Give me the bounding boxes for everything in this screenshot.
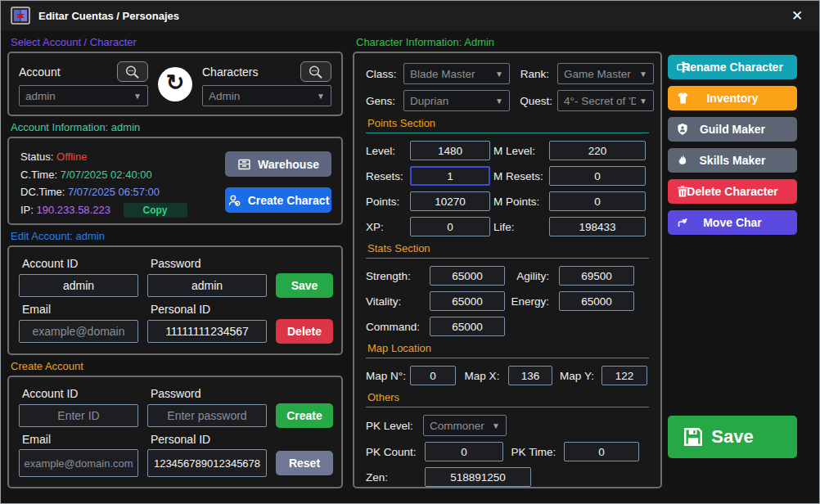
- agility-input[interactable]: [559, 266, 634, 286]
- mresets-label: M Resets:: [493, 170, 546, 182]
- mresets-input[interactable]: [549, 166, 646, 186]
- mlevel-label: M Level:: [493, 145, 546, 157]
- ctime-label: C.Time:: [20, 169, 57, 181]
- account-select-group: Account admin ▼: [19, 61, 148, 106]
- others-section-title: Others: [366, 391, 649, 407]
- new-password-input[interactable]: [147, 404, 267, 427]
- class-label: Class:: [366, 68, 400, 80]
- life-label: Life:: [493, 221, 546, 233]
- map-x-label: Map X:: [459, 370, 505, 382]
- edit-account-title: Edit Account: admin: [11, 230, 343, 242]
- account-id-input[interactable]: [19, 274, 138, 297]
- email-input[interactable]: [19, 320, 138, 343]
- resets-input[interactable]: [410, 166, 490, 186]
- pk-level-label: PK Level:: [366, 420, 420, 432]
- dctime-value: 7/07/2025 06:57:00: [68, 186, 160, 198]
- character-select-group: Characters Admin ▼: [202, 61, 331, 106]
- create-character-button[interactable]: Create Charact: [225, 187, 331, 213]
- account-info-lines: Status: Offline C.Time: 7/07/2025 02:40:…: [20, 148, 187, 215]
- mpoints-input[interactable]: [549, 191, 646, 211]
- zen-input[interactable]: [425, 467, 531, 487]
- shield-person-icon: [676, 123, 689, 136]
- save-account-button[interactable]: Save: [276, 273, 333, 298]
- character-select[interactable]: Admin ▼: [202, 85, 331, 106]
- account-search-button[interactable]: [117, 61, 148, 82]
- life-input[interactable]: [549, 217, 646, 236]
- character-search-button[interactable]: [300, 61, 331, 82]
- new-account-id-input[interactable]: [19, 404, 138, 427]
- new-email-input[interactable]: example@domain.com: [19, 449, 138, 477]
- rank-select[interactable]: Game Master ▼: [557, 63, 654, 84]
- map-number-input[interactable]: [410, 366, 456, 385]
- warehouse-button[interactable]: Warehouse: [225, 151, 331, 177]
- copy-ip-button[interactable]: Copy: [124, 203, 187, 218]
- agility-label: Agility:: [508, 270, 556, 282]
- chevron-down-icon: ▼: [492, 421, 500, 430]
- map-y-input[interactable]: [601, 366, 647, 385]
- inventory-button[interactable]: Inventory: [668, 86, 797, 110]
- account-info-title: Account Information: admin: [11, 121, 343, 133]
- strength-input[interactable]: [430, 266, 505, 286]
- email-label: Email: [19, 433, 138, 446]
- status-value: Offline: [56, 151, 87, 163]
- pk-level-select[interactable]: Commoner ▼: [423, 415, 507, 436]
- points-label: Points:: [366, 196, 407, 208]
- refresh-icon: ↻: [166, 72, 185, 94]
- chevron-down-icon: ▼: [133, 92, 142, 101]
- person-add-icon: [228, 194, 241, 207]
- app-icon: [11, 7, 30, 25]
- ctime-value: 7/07/2025 02:40:00: [61, 169, 152, 181]
- new-personal-id-input[interactable]: [147, 449, 267, 477]
- rank-label: Rank:: [513, 68, 554, 80]
- level-input[interactable]: [410, 141, 490, 160]
- account-info-box: Status: Offline C.Time: 7/07/2025 02:40:…: [7, 137, 343, 225]
- search-icon: [307, 65, 325, 79]
- account-select[interactable]: admin ▼: [19, 85, 148, 106]
- command-label: Command:: [366, 321, 426, 333]
- email-label: Email: [19, 303, 138, 316]
- refresh-button[interactable]: ↻: [158, 67, 192, 101]
- account-id-label: Account ID: [19, 387, 138, 400]
- chevron-down-icon: ▼: [495, 70, 503, 79]
- save-character-button[interactable]: Save: [668, 416, 797, 458]
- points-input[interactable]: [410, 191, 490, 211]
- personal-id-input[interactable]: [147, 320, 267, 343]
- reset-button[interactable]: Reset: [276, 451, 333, 475]
- rename-character-button[interactable]: Rename Character: [668, 55, 797, 79]
- create-account-box: Account ID Password Create Email Persona…: [7, 376, 343, 488]
- password-input[interactable]: [147, 274, 267, 297]
- guild-maker-button[interactable]: Guild Maker: [668, 117, 797, 142]
- gens-label: Gens:: [366, 95, 400, 107]
- pk-count-input[interactable]: [425, 442, 503, 461]
- edit-account-box: Account ID Password Save Email Personal …: [7, 245, 343, 355]
- create-account-button[interactable]: Create: [276, 403, 333, 428]
- chevron-down-icon: ▼: [495, 97, 503, 106]
- energy-input[interactable]: [559, 291, 634, 311]
- class-select[interactable]: Blade Master ▼: [403, 63, 510, 84]
- skills-maker-button[interactable]: Skills Maker: [668, 148, 797, 173]
- move-character-button[interactable]: Move Char: [668, 210, 797, 235]
- search-icon: [124, 65, 142, 79]
- close-icon[interactable]: ✕: [785, 7, 809, 25]
- energy-label: Energy:: [508, 295, 556, 308]
- map-section-title: Map Location: [366, 342, 649, 358]
- action-buttons: Rename Character Inventory Guild Maker S…: [668, 55, 797, 465]
- quest-label: Quest:: [513, 95, 554, 107]
- mlevel-input[interactable]: [549, 141, 646, 160]
- pk-time-input[interactable]: [564, 442, 639, 461]
- quest-select[interactable]: 4°- Secret of 'Dar ▼: [557, 90, 654, 111]
- character-info-title: Character Information: Admin: [356, 36, 662, 48]
- titlebar: Editar Cuentas / Personajes ✕: [1, 1, 819, 30]
- command-input[interactable]: [430, 317, 505, 336]
- strength-label: Strength:: [366, 270, 426, 282]
- delete-account-button[interactable]: Delete: [276, 319, 333, 344]
- save-icon: [683, 426, 704, 448]
- vitality-input[interactable]: [430, 291, 505, 311]
- select-section-title: Select Account / Character: [11, 36, 343, 48]
- select-account-box: Account admin ▼ ↻: [7, 52, 343, 116]
- character-column: Character Information: Admin Class: Blad…: [353, 34, 662, 488]
- gens-select[interactable]: Duprian ▼: [403, 90, 510, 111]
- xp-input[interactable]: [410, 217, 490, 236]
- delete-character-button[interactable]: Delete Character: [668, 179, 797, 204]
- map-x-input[interactable]: [508, 366, 552, 385]
